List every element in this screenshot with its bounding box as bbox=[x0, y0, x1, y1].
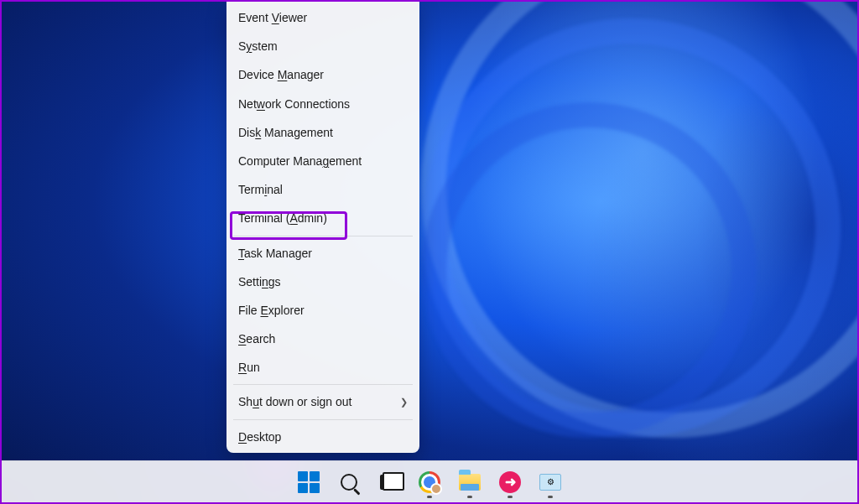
start-button[interactable] bbox=[292, 465, 325, 499]
task-view-button[interactable] bbox=[372, 465, 406, 499]
menu-item-label: File Explorer bbox=[238, 303, 305, 318]
windows-logo-icon bbox=[298, 471, 320, 493]
running-indicator bbox=[467, 496, 472, 498]
menu-search[interactable]: Search bbox=[226, 325, 419, 353]
taskbar: ➜⚙ bbox=[2, 460, 857, 502]
menu-separator bbox=[233, 236, 413, 236]
menu-item-label: Shut down or sign out bbox=[238, 394, 351, 409]
chevron-right-icon: ❯ bbox=[400, 396, 408, 408]
control-panel-icon: ⚙ bbox=[539, 474, 561, 491]
desktop-wallpaper bbox=[2, 2, 857, 502]
file-explorer-app[interactable] bbox=[453, 465, 487, 499]
menu-desktop[interactable]: Desktop bbox=[226, 423, 419, 451]
menu-item-label: Terminal bbox=[238, 182, 283, 197]
menu-disk-management[interactable]: Disk Management bbox=[226, 118, 419, 147]
menu-item-label: Run bbox=[238, 360, 260, 375]
menu-item-label: Network Connections bbox=[238, 96, 350, 112]
menu-item-label: Computer Management bbox=[238, 153, 362, 169]
running-indicator bbox=[548, 496, 553, 498]
chrome-app[interactable] bbox=[413, 465, 446, 499]
menu-system[interactable]: System bbox=[226, 32, 419, 60]
menu-item-label: System bbox=[238, 39, 278, 54]
menu-terminal[interactable]: Terminal bbox=[226, 175, 419, 204]
search-button[interactable] bbox=[332, 465, 366, 499]
file-explorer-icon bbox=[459, 474, 481, 491]
menu-device-manager[interactable]: Device Manager bbox=[226, 60, 419, 89]
menu-terminal-admin[interactable]: Terminal (Admin) bbox=[226, 204, 419, 232]
menu-item-label: Device Manager bbox=[238, 67, 324, 82]
search-icon bbox=[341, 474, 357, 491]
running-indicator bbox=[427, 496, 432, 498]
menu-network-connections[interactable]: Network Connections bbox=[226, 90, 419, 118]
menu-settings[interactable]: Settings bbox=[226, 268, 419, 296]
menu-item-label: Event Viewer bbox=[238, 10, 307, 25]
control-panel-app[interactable]: ⚙ bbox=[534, 465, 567, 499]
task-view-icon bbox=[380, 475, 398, 490]
menu-task-manager[interactable]: Task Manager bbox=[226, 239, 419, 268]
menu-run[interactable]: Run bbox=[226, 353, 419, 382]
menu-file-explorer[interactable]: File Explorer bbox=[226, 296, 419, 325]
menu-shutdown-signout[interactable]: Shut down or sign out❯ bbox=[226, 387, 419, 416]
menu-item-label: Task Manager bbox=[238, 246, 312, 261]
menu-event-viewer[interactable]: Event Viewer bbox=[226, 3, 419, 32]
running-indicator bbox=[508, 496, 513, 498]
menu-item-label: Settings bbox=[238, 274, 281, 289]
menu-item-label: Terminal (Admin) bbox=[238, 210, 327, 226]
menu-separator bbox=[233, 384, 413, 385]
menu-item-label: Desktop bbox=[238, 429, 281, 444]
menu-computer-management[interactable]: Computer Management bbox=[226, 147, 419, 175]
menu-separator bbox=[233, 419, 413, 420]
sharex-icon: ➜ bbox=[499, 471, 521, 493]
sharex-app[interactable]: ➜ bbox=[493, 465, 527, 499]
menu-item-label: Search bbox=[238, 331, 275, 346]
menu-item-label: Disk Management bbox=[238, 125, 333, 140]
chrome-icon bbox=[419, 471, 440, 493]
winx-context-menu: Event ViewerSystemDevice ManagerNetwork … bbox=[226, 2, 419, 453]
